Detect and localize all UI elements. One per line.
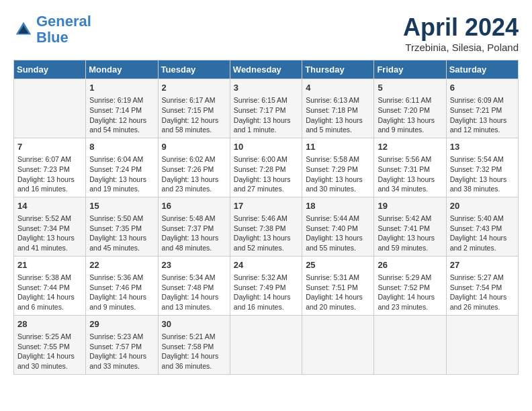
calendar-week-row: 7Sunrise: 6:07 AM Sunset: 7:23 PM Daylig… (14, 138, 519, 197)
day-number: 25 (306, 259, 370, 271)
calendar-cell: 22Sunrise: 5:36 AM Sunset: 7:46 PM Dayli… (86, 256, 158, 315)
calendar-cell: 23Sunrise: 5:34 AM Sunset: 7:48 PM Dayli… (158, 256, 230, 315)
calendar-cell: 11Sunrise: 5:58 AM Sunset: 7:29 PM Dayli… (302, 138, 374, 197)
calendar-cell: 1Sunrise: 6:19 AM Sunset: 7:14 PM Daylig… (86, 79, 158, 138)
cell-content: Sunrise: 6:13 AM Sunset: 7:18 PM Dayligh… (306, 95, 370, 135)
logo: General Blue (13, 13, 91, 46)
cell-content: Sunrise: 6:19 AM Sunset: 7:14 PM Dayligh… (89, 95, 154, 135)
calendar-cell (302, 315, 374, 374)
weekday-header-sunday: Sunday (14, 60, 86, 79)
day-number: 8 (89, 141, 154, 153)
weekday-header-friday: Friday (374, 60, 446, 79)
calendar-cell: 9Sunrise: 6:02 AM Sunset: 7:26 PM Daylig… (158, 138, 230, 197)
day-number: 17 (234, 200, 298, 212)
calendar-cell (230, 315, 302, 374)
logo-line2: Blue (36, 29, 69, 46)
cell-content: Sunrise: 6:09 AM Sunset: 7:21 PM Dayligh… (450, 95, 515, 135)
cell-content: Sunrise: 5:52 AM Sunset: 7:34 PM Dayligh… (17, 214, 82, 253)
day-number: 9 (162, 141, 226, 153)
day-number: 27 (450, 259, 515, 271)
calendar-cell: 15Sunrise: 5:50 AM Sunset: 7:35 PM Dayli… (86, 197, 158, 256)
day-number: 19 (378, 200, 442, 212)
calendar-week-row: 28Sunrise: 5:25 AM Sunset: 7:55 PM Dayli… (14, 315, 519, 374)
calendar-cell: 24Sunrise: 5:32 AM Sunset: 7:49 PM Dayli… (230, 256, 302, 315)
day-number: 5 (378, 82, 442, 94)
calendar-cell: 21Sunrise: 5:38 AM Sunset: 7:44 PM Dayli… (14, 256, 86, 315)
day-number: 26 (378, 259, 442, 271)
day-number: 12 (378, 141, 442, 153)
day-number: 1 (89, 82, 154, 94)
weekday-header-row: SundayMondayTuesdayWednesdayThursdayFrid… (14, 60, 519, 79)
day-number: 15 (89, 200, 154, 212)
calendar-cell: 28Sunrise: 5:25 AM Sunset: 7:55 PM Dayli… (14, 315, 86, 374)
day-number: 16 (162, 200, 226, 212)
cell-content: Sunrise: 5:38 AM Sunset: 7:44 PM Dayligh… (17, 273, 82, 312)
calendar-cell: 29Sunrise: 5:23 AM Sunset: 7:57 PM Dayli… (86, 315, 158, 374)
cell-content: Sunrise: 5:34 AM Sunset: 7:48 PM Dayligh… (162, 273, 226, 312)
calendar-cell: 27Sunrise: 5:27 AM Sunset: 7:54 PM Dayli… (446, 256, 518, 315)
title-block: April 2024 Trzebinia, Silesia, Poland (403, 13, 519, 53)
day-number: 3 (234, 82, 298, 94)
cell-content: Sunrise: 6:15 AM Sunset: 7:17 PM Dayligh… (234, 95, 298, 135)
cell-content: Sunrise: 5:44 AM Sunset: 7:40 PM Dayligh… (306, 214, 370, 253)
day-number: 13 (450, 141, 515, 153)
calendar-cell: 17Sunrise: 5:46 AM Sunset: 7:38 PM Dayli… (230, 197, 302, 256)
day-number: 20 (450, 200, 515, 212)
day-number: 29 (89, 318, 154, 330)
day-number: 18 (306, 200, 370, 212)
cell-content: Sunrise: 5:32 AM Sunset: 7:49 PM Dayligh… (234, 273, 298, 312)
calendar-cell: 19Sunrise: 5:42 AM Sunset: 7:41 PM Dayli… (374, 197, 446, 256)
weekday-header-monday: Monday (86, 60, 158, 79)
cell-content: Sunrise: 5:54 AM Sunset: 7:32 PM Dayligh… (450, 154, 515, 194)
calendar-cell: 12Sunrise: 5:56 AM Sunset: 7:31 PM Dayli… (374, 138, 446, 197)
cell-content: Sunrise: 6:02 AM Sunset: 7:26 PM Dayligh… (162, 154, 226, 194)
day-number: 14 (17, 200, 82, 212)
day-number: 30 (162, 318, 226, 330)
calendar-cell (374, 315, 446, 374)
calendar-cell: 2Sunrise: 6:17 AM Sunset: 7:15 PM Daylig… (158, 79, 230, 138)
calendar-table: SundayMondayTuesdayWednesdayThursdayFrid… (13, 60, 519, 375)
cell-content: Sunrise: 6:11 AM Sunset: 7:20 PM Dayligh… (378, 95, 442, 135)
cell-content: Sunrise: 5:21 AM Sunset: 7:58 PM Dayligh… (162, 332, 226, 371)
cell-content: Sunrise: 5:48 AM Sunset: 7:37 PM Dayligh… (162, 214, 226, 253)
day-number: 4 (306, 82, 370, 94)
weekday-header-thursday: Thursday (302, 60, 374, 79)
cell-content: Sunrise: 5:27 AM Sunset: 7:54 PM Dayligh… (450, 273, 515, 312)
day-number: 23 (162, 259, 226, 271)
weekday-header-saturday: Saturday (446, 60, 518, 79)
calendar-cell: 8Sunrise: 6:04 AM Sunset: 7:24 PM Daylig… (86, 138, 158, 197)
calendar-cell: 3Sunrise: 6:15 AM Sunset: 7:17 PM Daylig… (230, 79, 302, 138)
cell-content: Sunrise: 6:17 AM Sunset: 7:15 PM Dayligh… (162, 95, 226, 135)
calendar-week-row: 1Sunrise: 6:19 AM Sunset: 7:14 PM Daylig… (14, 79, 519, 138)
day-number: 10 (234, 141, 298, 153)
calendar-cell: 25Sunrise: 5:31 AM Sunset: 7:51 PM Dayli… (302, 256, 374, 315)
calendar-cell (446, 315, 518, 374)
cell-content: Sunrise: 5:29 AM Sunset: 7:52 PM Dayligh… (378, 273, 442, 312)
day-number: 24 (234, 259, 298, 271)
logo-text: General Blue (36, 13, 91, 46)
cell-content: Sunrise: 5:50 AM Sunset: 7:35 PM Dayligh… (89, 214, 154, 253)
location-subtitle: Trzebinia, Silesia, Poland (403, 42, 519, 53)
calendar-week-row: 21Sunrise: 5:38 AM Sunset: 7:44 PM Dayli… (14, 256, 519, 315)
page-header: General Blue April 2024 Trzebinia, Siles… (13, 13, 519, 53)
calendar-cell: 30Sunrise: 5:21 AM Sunset: 7:58 PM Dayli… (158, 315, 230, 374)
day-number: 22 (89, 259, 154, 271)
calendar-cell: 18Sunrise: 5:44 AM Sunset: 7:40 PM Dayli… (302, 197, 374, 256)
cell-content: Sunrise: 5:56 AM Sunset: 7:31 PM Dayligh… (378, 154, 442, 194)
cell-content: Sunrise: 5:46 AM Sunset: 7:38 PM Dayligh… (234, 214, 298, 253)
calendar-cell: 20Sunrise: 5:40 AM Sunset: 7:43 PM Dayli… (446, 197, 518, 256)
calendar-cell: 6Sunrise: 6:09 AM Sunset: 7:21 PM Daylig… (446, 79, 518, 138)
logo-icon (13, 19, 34, 40)
cell-content: Sunrise: 6:07 AM Sunset: 7:23 PM Dayligh… (17, 154, 82, 194)
day-number: 2 (162, 82, 226, 94)
day-number: 6 (450, 82, 515, 94)
day-number: 21 (17, 259, 82, 271)
logo-line1: General (36, 13, 91, 30)
day-number: 7 (17, 141, 82, 153)
calendar-cell: 5Sunrise: 6:11 AM Sunset: 7:20 PM Daylig… (374, 79, 446, 138)
cell-content: Sunrise: 5:25 AM Sunset: 7:55 PM Dayligh… (17, 332, 82, 371)
calendar-cell: 14Sunrise: 5:52 AM Sunset: 7:34 PM Dayli… (14, 197, 86, 256)
cell-content: Sunrise: 5:31 AM Sunset: 7:51 PM Dayligh… (306, 273, 370, 312)
calendar-week-row: 14Sunrise: 5:52 AM Sunset: 7:34 PM Dayli… (14, 197, 519, 256)
calendar-cell: 26Sunrise: 5:29 AM Sunset: 7:52 PM Dayli… (374, 256, 446, 315)
